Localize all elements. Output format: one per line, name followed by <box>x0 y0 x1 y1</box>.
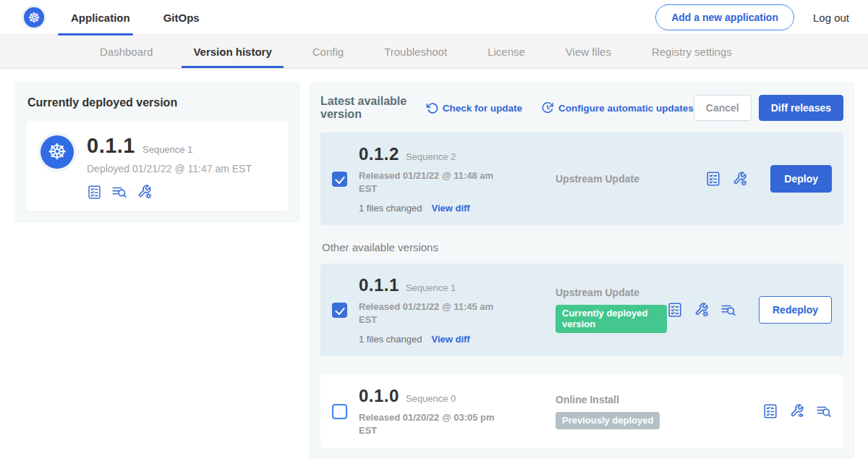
version-row-actions: Deploy <box>705 165 832 193</box>
source-label: Online Install <box>556 394 762 405</box>
version-source: Online Install Previously deployed <box>556 394 762 429</box>
view-diff-link[interactable]: View diff <box>431 334 469 345</box>
version-info: 0.1.1 Sequence 1 Released 01/21/22 @ 11:… <box>359 275 503 345</box>
deploy-logs-icon[interactable] <box>720 302 736 318</box>
preflight-checklist-icon[interactable] <box>667 302 683 318</box>
deploy-button[interactable]: Deploy <box>770 165 832 193</box>
released-timestamp: Released 01/20/22 @ 03:05 pm EST <box>359 411 498 437</box>
latest-version-title: Latest available version <box>320 95 414 121</box>
top-navbar: ☸ Application GitOps Add a new applicati… <box>0 0 868 35</box>
preflight-checklist-icon[interactable] <box>762 403 778 419</box>
edit-config-wrench-gear-icon[interactable] <box>732 171 748 187</box>
version-row-actions <box>762 403 832 419</box>
version-row-0-1-0: 0.1.0 Sequence 0 Released 01/20/22 @ 03:… <box>320 374 843 448</box>
deployed-version-card: ☸ 0.1.1 Sequence 1 Deployed 01/21/22 @ 1… <box>26 121 289 211</box>
check-for-update-label: Check for update <box>443 103 522 114</box>
deployed-version-actions <box>87 184 252 200</box>
refresh-icon <box>426 102 438 114</box>
version-source: Upstream Update <box>556 173 705 185</box>
version-history-panel: Latest available version Check for updat… <box>309 82 855 459</box>
main-content: Currently deployed version ☸ 0.1.1 Seque… <box>0 69 868 459</box>
deploy-logs-icon[interactable] <box>111 184 127 200</box>
version-info: 0.1.2 Sequence 2 Released 01/21/22 @ 11:… <box>359 144 503 214</box>
currently-deployed-badge: Currently deployed version <box>556 305 667 333</box>
version-sequence: Sequence 0 <box>406 393 456 404</box>
released-timestamp: Released 01/21/22 @ 11:48 am EST <box>359 169 498 195</box>
subnav-troubleshoot[interactable]: Troubleshoot <box>384 35 447 68</box>
edit-config-wrench-gear-icon[interactable] <box>694 302 710 318</box>
version-row-0-1-2: 0.1.2 Sequence 2 Released 01/21/22 @ 11:… <box>320 132 843 225</box>
version-number: 0.1.2 <box>359 144 399 164</box>
currently-deployed-panel: Currently deployed version ☸ 0.1.1 Seque… <box>14 82 300 223</box>
subnav-view-files[interactable]: View files <box>566 35 611 68</box>
version-row-0-1-1: 0.1.1 Sequence 1 Released 01/21/22 @ 11:… <box>320 264 843 356</box>
configure-automatic-updates-link[interactable]: Configure automatic updates <box>541 101 694 114</box>
diff-releases-button[interactable]: Diff releases <box>759 95 843 121</box>
clock-refresh-icon <box>541 101 554 114</box>
check-for-update-link[interactable]: Check for update <box>426 102 522 114</box>
app-subnav: Dashboard Version history Config Trouble… <box>0 35 868 69</box>
tab-application[interactable]: Application <box>71 0 130 35</box>
version-checkbox[interactable] <box>332 303 347 318</box>
version-row-actions: Redeploy <box>667 296 832 324</box>
version-source: Upstream Update Currently deployed versi… <box>556 287 667 333</box>
deployed-timestamp: Deployed 01/21/22 @ 11:47 am EST <box>87 163 252 174</box>
version-checkbox[interactable] <box>332 404 347 419</box>
version-info: 0.1.0 Sequence 0 Released 01/20/22 @ 03:… <box>359 386 503 437</box>
add-application-button[interactable]: Add a new application <box>655 4 794 30</box>
files-changed-label: 1 files changed <box>359 203 422 214</box>
deploy-logs-icon[interactable] <box>816 403 832 419</box>
subnav-config[interactable]: Config <box>312 35 344 68</box>
configure-automatic-updates-label: Configure automatic updates <box>558 103 694 114</box>
source-label: Upstream Update <box>556 173 705 185</box>
other-versions-title: Other available versions <box>322 241 843 253</box>
topnav-right: Add a new application Log out <box>655 4 849 30</box>
deployed-version-number: 0.1.1 <box>87 134 135 158</box>
subnav-version-history[interactable]: Version history <box>193 35 271 68</box>
version-number: 0.1.1 <box>359 275 399 295</box>
version-sequence: Sequence 2 <box>406 151 456 162</box>
deployed-version-details: 0.1.1 Sequence 1 Deployed 01/21/22 @ 11:… <box>87 132 252 200</box>
deployed-version-sequence: Sequence 1 <box>142 144 192 155</box>
released-timestamp: Released 01/21/22 @ 11:45 am EST <box>359 300 498 326</box>
source-label: Upstream Update <box>556 287 667 298</box>
subnav-registry-settings[interactable]: Registry settings <box>652 35 732 68</box>
version-sequence: Sequence 1 <box>406 282 456 293</box>
version-checkbox[interactable] <box>332 172 347 187</box>
kubernetes-app-icon: ☸ <box>41 135 74 169</box>
currently-deployed-title: Currently deployed version <box>27 96 289 109</box>
app-icon-ring: ☸ <box>38 132 77 172</box>
latest-version-header: Latest available version Check for updat… <box>320 95 843 121</box>
subnav-dashboard[interactable]: Dashboard <box>100 35 153 68</box>
cancel-button[interactable]: Cancel <box>694 95 752 121</box>
version-number: 0.1.0 <box>359 386 399 406</box>
kubernetes-logo-icon: ☸ <box>24 7 44 28</box>
subnav-license[interactable]: License <box>488 35 525 68</box>
redeploy-button[interactable]: Redeploy <box>759 296 832 324</box>
files-changed-label: 1 files changed <box>359 334 422 345</box>
edit-config-wrench-gear-icon[interactable] <box>137 184 153 200</box>
preflight-checklist-icon[interactable] <box>705 171 721 187</box>
logout-button[interactable]: Log out <box>813 12 849 24</box>
app-logo-button[interactable]: ☸ <box>22 5 46 30</box>
tab-gitops[interactable]: GitOps <box>163 0 200 35</box>
preflight-checklist-icon[interactable] <box>87 185 102 200</box>
previously-deployed-badge: Previously deployed <box>556 412 660 429</box>
view-diff-link[interactable]: View diff <box>431 203 469 214</box>
view-config-wrench-eye-icon[interactable] <box>789 403 805 419</box>
